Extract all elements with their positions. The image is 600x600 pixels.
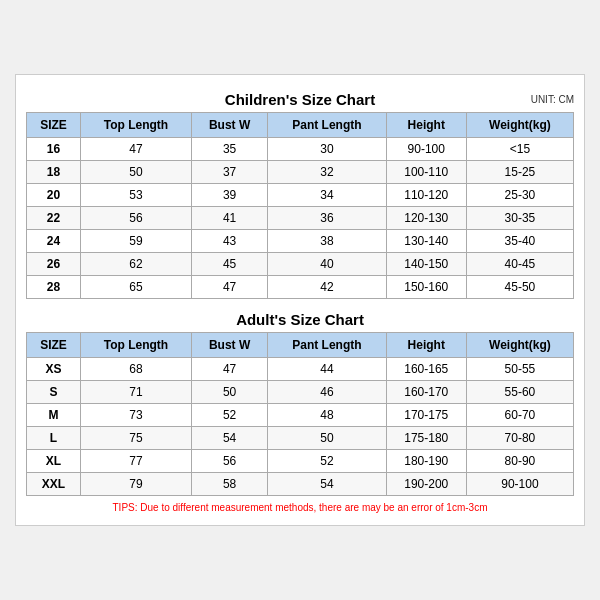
table-cell: 44 — [268, 358, 386, 381]
table-row: 28654742150-16045-50 — [27, 276, 574, 299]
table-cell: 50 — [80, 161, 191, 184]
unit-label: UNIT: CM — [531, 93, 574, 104]
table-cell: 56 — [192, 450, 268, 473]
table-row: XL775652180-19080-90 — [27, 450, 574, 473]
table-cell: 54 — [268, 473, 386, 496]
table-cell: 50-55 — [466, 358, 573, 381]
table-cell: 65 — [80, 276, 191, 299]
table-row: 18503732100-11015-25 — [27, 161, 574, 184]
table-cell: 24 — [27, 230, 81, 253]
table-cell: 22 — [27, 207, 81, 230]
adults-section-title: Adult's Size Chart — [26, 305, 574, 332]
table-cell: 41 — [192, 207, 268, 230]
children-col-height: Height — [386, 113, 466, 138]
table-cell: 30 — [268, 138, 386, 161]
adults-col-size: SIZE — [27, 333, 81, 358]
table-cell: 47 — [80, 138, 191, 161]
table-cell: 190-200 — [386, 473, 466, 496]
table-cell: 26 — [27, 253, 81, 276]
table-cell: 15-25 — [466, 161, 573, 184]
children-col-bustw: Bust W — [192, 113, 268, 138]
table-row: L755450175-18070-80 — [27, 427, 574, 450]
table-cell: 100-110 — [386, 161, 466, 184]
adults-col-toplength: Top Length — [80, 333, 191, 358]
table-cell: XL — [27, 450, 81, 473]
children-table: SIZE Top Length Bust W Pant Length Heigh… — [26, 112, 574, 299]
table-cell: 18 — [27, 161, 81, 184]
adults-col-height: Height — [386, 333, 466, 358]
adults-col-bustw: Bust W — [192, 333, 268, 358]
children-col-size: SIZE — [27, 113, 81, 138]
children-header-row: SIZE Top Length Bust W Pant Length Heigh… — [27, 113, 574, 138]
table-cell: S — [27, 381, 81, 404]
table-cell: 75 — [80, 427, 191, 450]
table-cell: 50 — [192, 381, 268, 404]
table-cell: 70-80 — [466, 427, 573, 450]
table-cell: 110-120 — [386, 184, 466, 207]
table-row: 22564136120-13030-35 — [27, 207, 574, 230]
table-cell: 38 — [268, 230, 386, 253]
tips-text: TIPS: Due to different measurement metho… — [26, 496, 574, 515]
table-cell: 40-45 — [466, 253, 573, 276]
table-cell: 150-160 — [386, 276, 466, 299]
chart-container: Children's Size Chart UNIT: CM SIZE Top … — [15, 74, 585, 526]
table-cell: 40 — [268, 253, 386, 276]
table-cell: 47 — [192, 276, 268, 299]
table-cell: 120-130 — [386, 207, 466, 230]
table-cell: M — [27, 404, 81, 427]
table-cell: <15 — [466, 138, 573, 161]
table-cell: 48 — [268, 404, 386, 427]
table-cell: 175-180 — [386, 427, 466, 450]
children-title-text: Children's Size Chart — [225, 91, 375, 108]
adults-title-text: Adult's Size Chart — [236, 311, 364, 328]
table-cell: 160-170 — [386, 381, 466, 404]
table-cell: XXL — [27, 473, 81, 496]
table-cell: 45 — [192, 253, 268, 276]
table-cell: 42 — [268, 276, 386, 299]
table-cell: 140-150 — [386, 253, 466, 276]
table-cell: 60-70 — [466, 404, 573, 427]
table-cell: 52 — [268, 450, 386, 473]
table-cell: 34 — [268, 184, 386, 207]
table-cell: 54 — [192, 427, 268, 450]
table-cell: 73 — [80, 404, 191, 427]
table-cell: L — [27, 427, 81, 450]
adults-table: SIZE Top Length Bust W Pant Length Heigh… — [26, 332, 574, 496]
table-cell: 36 — [268, 207, 386, 230]
table-cell: 180-190 — [386, 450, 466, 473]
table-cell: 90-100 — [386, 138, 466, 161]
table-cell: 30-35 — [466, 207, 573, 230]
children-col-pantlength: Pant Length — [268, 113, 386, 138]
table-cell: 32 — [268, 161, 386, 184]
table-cell: 35-40 — [466, 230, 573, 253]
table-cell: 77 — [80, 450, 191, 473]
table-cell: 50 — [268, 427, 386, 450]
table-row: 26624540140-15040-45 — [27, 253, 574, 276]
table-cell: 79 — [80, 473, 191, 496]
table-row: 1647353090-100<15 — [27, 138, 574, 161]
table-cell: 16 — [27, 138, 81, 161]
adults-col-pantlength: Pant Length — [268, 333, 386, 358]
table-cell: 130-140 — [386, 230, 466, 253]
table-cell: 68 — [80, 358, 191, 381]
table-cell: 170-175 — [386, 404, 466, 427]
table-cell: 90-100 — [466, 473, 573, 496]
table-row: 24594338130-14035-40 — [27, 230, 574, 253]
table-cell: 46 — [268, 381, 386, 404]
table-row: XXL795854190-20090-100 — [27, 473, 574, 496]
table-cell: 53 — [80, 184, 191, 207]
table-cell: 55-60 — [466, 381, 573, 404]
table-cell: 62 — [80, 253, 191, 276]
table-cell: 35 — [192, 138, 268, 161]
table-row: XS684744160-16550-55 — [27, 358, 574, 381]
table-row: 20533934110-12025-30 — [27, 184, 574, 207]
table-cell: 39 — [192, 184, 268, 207]
table-cell: 25-30 — [466, 184, 573, 207]
children-col-toplength: Top Length — [80, 113, 191, 138]
table-cell: 56 — [80, 207, 191, 230]
table-cell: 28 — [27, 276, 81, 299]
table-row: M735248170-17560-70 — [27, 404, 574, 427]
table-row: S715046160-17055-60 — [27, 381, 574, 404]
children-col-weight: Weight(kg) — [466, 113, 573, 138]
table-cell: 71 — [80, 381, 191, 404]
